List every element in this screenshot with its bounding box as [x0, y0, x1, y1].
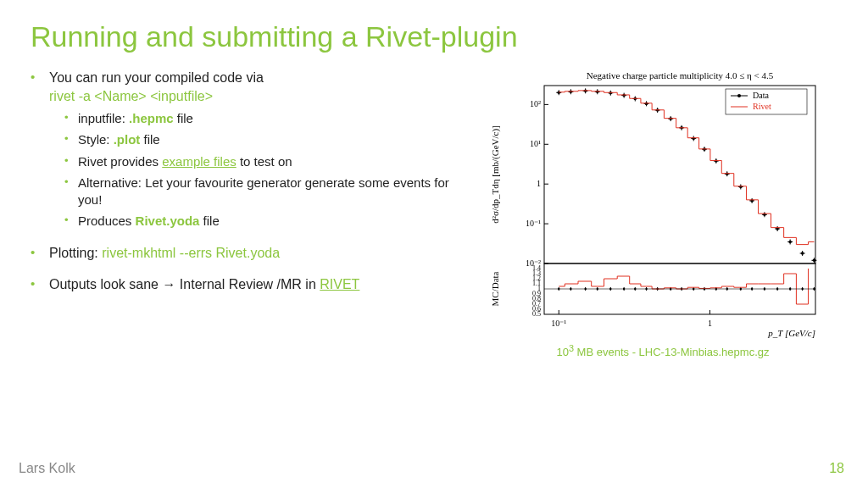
svg-point-32	[737, 94, 741, 97]
svg-text:Data: Data	[753, 91, 769, 100]
rivet-link[interactable]: RIVET	[320, 277, 359, 291]
example-link[interactable]: example files	[162, 154, 236, 169]
sub-example: Rivet provides example files to test on	[49, 153, 463, 170]
sub-produces: Produces Rivet.yoda file	[49, 213, 463, 230]
plotting-pre: Plotting:	[49, 246, 102, 260]
svg-point-53	[622, 94, 626, 97]
svg-point-77	[715, 159, 718, 163]
svg-text:Rivet: Rivet	[753, 102, 771, 111]
style-pre: Style:	[78, 132, 114, 147]
svg-text:1: 1	[708, 319, 712, 328]
svg-point-98	[801, 252, 804, 255]
svg-text:Negative charge particle multi: Negative charge particle multiplicity 4.…	[587, 70, 774, 80]
plotting-cmd: rivet-mkhtml --errs Rivet.yoda	[102, 246, 280, 260]
svg-point-71	[692, 137, 695, 141]
arrow-icon: →	[162, 277, 175, 291]
sub-style: Style: .plot file	[49, 131, 463, 148]
inputfile-pre: inputfile:	[78, 111, 129, 125]
footer-page-number: 18	[829, 461, 844, 476]
run-command: rivet -a <Name> <inputfile>	[49, 89, 213, 103]
footer-author: Lars Kolk	[19, 461, 75, 476]
svg-point-38	[557, 91, 560, 94]
svg-point-50	[609, 92, 612, 95]
sub-inputfile: inputfile: .hepmc file	[49, 110, 463, 127]
svg-text:1.4: 1.4	[532, 264, 541, 272]
produces-file: Rivet.yoda	[136, 214, 200, 228]
content-area: You can run your compiled code via rivet…	[0, 53, 868, 358]
bullet-outputs: Outputs look sane → Internal Review /MR …	[31, 275, 463, 294]
example-post: to test on	[236, 154, 292, 169]
bullet-run: You can run your compiled code via rivet…	[31, 69, 463, 230]
right-column: Negative charge particle multiplicity 4.…	[471, 69, 854, 358]
style-ext: .plot	[114, 132, 141, 147]
svg-text:10²: 10²	[530, 99, 541, 108]
svg-text:10⁻¹: 10⁻¹	[526, 219, 541, 228]
caption-post: MB events - LHC-13-Minbias.hepmc.gz	[574, 346, 769, 358]
svg-text:10⁻¹: 10⁻¹	[551, 319, 566, 328]
bullet-plotting: Plotting: rivet-mkhtml --errs Rivet.yoda	[31, 244, 463, 263]
inputfile-post: file	[174, 111, 193, 125]
caption-pre: 10	[557, 346, 569, 358]
svg-point-80	[726, 172, 729, 175]
chart-figure: Negative charge particle multiplicity 4.…	[485, 69, 841, 340]
outputs-pre: Outputs look sane	[49, 277, 162, 291]
svg-point-95	[788, 241, 792, 244]
slide-title: Running and submitting a Rivet-plugin	[0, 0, 868, 53]
svg-text:1: 1	[537, 179, 541, 188]
svg-point-101	[813, 258, 816, 262]
produces-post: file	[199, 214, 219, 228]
run-intro-text: You can run your compiled code via	[49, 70, 264, 85]
sub-list: inputfile: .hepmc file Style: .plot file…	[49, 110, 463, 230]
svg-point-83	[739, 186, 743, 189]
svg-point-59	[645, 103, 648, 106]
style-post: file	[140, 132, 159, 147]
bullet-list: You can run your compiled code via rivet…	[31, 69, 463, 294]
sub-alternative: Alternative: Let your favourite generato…	[49, 175, 463, 209]
chart-caption: 103 MB events - LHC-13-Minbias.hepmc.gz	[557, 343, 770, 358]
svg-text:d²σ/dp_Tdη [mb/(GeV/c)]: d²σ/dp_Tdη [mb/(GeV/c)]	[490, 125, 501, 223]
svg-text:10¹: 10¹	[530, 139, 541, 148]
left-column: You can run your compiled code via rivet…	[31, 69, 463, 358]
svg-text:p_T [GeV/c]: p_T [GeV/c]	[767, 328, 815, 338]
example-pre: Rivet provides	[78, 154, 162, 169]
svg-text:MC/Data: MC/Data	[490, 271, 500, 306]
inputfile-ext: .hepmc	[129, 111, 174, 125]
produces-pre: Produces	[78, 214, 136, 228]
outputs-mid: Internal Review /MR in	[175, 277, 320, 291]
